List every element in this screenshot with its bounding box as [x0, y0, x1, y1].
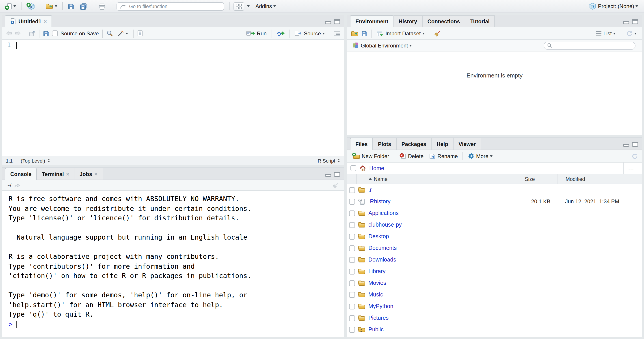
file-name-link[interactable]: clubhouse-py	[368, 222, 402, 228]
compile-report-icon[interactable]	[137, 30, 143, 37]
goto-file-function-input[interactable]	[128, 3, 221, 9]
list-view-button[interactable]: List	[594, 29, 617, 37]
row-checkbox[interactable]	[349, 245, 355, 251]
tab-environment[interactable]: Environment	[350, 15, 394, 27]
open-in-new-window-icon[interactable]	[29, 30, 36, 36]
file-name-link[interactable]: .r	[368, 187, 372, 193]
goto-file-function-box[interactable]	[116, 2, 224, 10]
find-replace-icon[interactable]	[106, 30, 113, 37]
more-file-commands-button[interactable]: More	[467, 152, 494, 160]
header-modified[interactable]: Modified	[558, 174, 642, 184]
minimize-pane-icon[interactable]	[623, 142, 629, 147]
tab-untitled1[interactable]: R Untitled1 ×	[5, 15, 52, 27]
maximize-pane-icon[interactable]	[334, 172, 340, 177]
row-checkbox[interactable]	[349, 257, 355, 263]
console-prompt-line[interactable]: >	[8, 320, 344, 329]
file-name-link[interactable]: Applications	[368, 210, 399, 216]
file-name-link[interactable]: Public	[368, 327, 384, 333]
file-name-link[interactable]: Music	[368, 292, 383, 298]
row-checkbox[interactable]	[349, 315, 355, 321]
project-menu-button[interactable]: R Project: (None)	[588, 2, 640, 11]
console-output-area[interactable]: R is free software and comes with ABSOLU…	[2, 191, 344, 337]
tab-close-icon[interactable]: ×	[66, 172, 69, 176]
save-button[interactable]	[66, 2, 76, 10]
panes-layout-button[interactable]	[234, 2, 244, 10]
back-icon[interactable]	[6, 30, 12, 36]
more-columns-button[interactable]: ...	[624, 163, 638, 174]
minimize-pane-icon[interactable]	[623, 19, 629, 24]
tab-terminal[interactable]: Terminal ×	[37, 168, 74, 180]
environment-scope-button[interactable]: Global Environment	[351, 41, 414, 50]
rename-file-button[interactable]: Rename	[428, 152, 459, 160]
refresh-files-icon[interactable]	[632, 153, 638, 159]
new-file-button[interactable]	[4, 2, 18, 11]
tab-viewer[interactable]: Viewer	[454, 138, 481, 150]
scope-selector[interactable]: (Top Level)	[21, 158, 50, 163]
row-checkbox[interactable]	[349, 280, 355, 286]
file-name-link[interactable]: Pictures	[368, 315, 388, 321]
tab-help[interactable]: Help	[432, 138, 454, 150]
save-all-button[interactable]	[78, 2, 89, 11]
row-checkbox[interactable]	[349, 303, 355, 309]
panes-caret-icon[interactable]	[247, 5, 250, 7]
environment-search-input[interactable]	[554, 42, 632, 48]
clear-console-icon[interactable]	[332, 182, 339, 189]
code-editor[interactable]: 1	[2, 40, 344, 156]
row-checkbox[interactable]	[349, 292, 355, 298]
load-workspace-icon[interactable]	[351, 30, 358, 36]
row-checkbox[interactable]	[349, 327, 355, 333]
import-dataset-button[interactable]: Import Dataset	[375, 29, 426, 37]
document-outline-icon[interactable]	[334, 31, 340, 36]
print-button[interactable]	[97, 2, 107, 10]
goto-directory-icon[interactable]	[14, 182, 20, 188]
row-checkbox[interactable]	[349, 234, 355, 239]
tab-files[interactable]: Files	[350, 138, 373, 150]
save-document-icon[interactable]	[43, 30, 49, 36]
row-checkbox[interactable]	[349, 210, 355, 216]
file-type-selector[interactable]: R Script	[318, 158, 340, 163]
delete-file-button[interactable]: Delete	[398, 152, 425, 160]
run-button[interactable]: Run	[245, 29, 268, 37]
row-checkbox[interactable]	[349, 269, 355, 274]
breadcrumb-home-link[interactable]: Home	[369, 165, 384, 171]
select-all-checkbox[interactable]	[350, 165, 356, 171]
header-size[interactable]: Size	[521, 174, 558, 184]
clear-environment-icon[interactable]	[434, 30, 441, 37]
addins-button[interactable]: Addins	[254, 2, 277, 10]
code-tools-button[interactable]	[116, 29, 130, 38]
source-on-save-checkbox[interactable]	[52, 30, 58, 36]
rerun-icon[interactable]	[276, 30, 286, 36]
tab-jobs[interactable]: Jobs ×	[74, 168, 103, 180]
file-name-link[interactable]: .Rhistory	[368, 198, 390, 205]
refresh-environment-button[interactable]	[625, 29, 638, 37]
file-name-link[interactable]: Downloads	[368, 257, 396, 263]
forward-icon[interactable]	[15, 30, 21, 36]
row-checkbox[interactable]	[349, 199, 355, 204]
new-folder-button[interactable]: New Folder	[351, 152, 390, 160]
save-workspace-icon[interactable]	[361, 30, 368, 36]
row-checkbox[interactable]	[349, 222, 355, 228]
tab-close-icon[interactable]: ×	[44, 19, 47, 23]
minimize-pane-icon[interactable]	[325, 19, 331, 24]
file-name-link[interactable]: Documents	[368, 245, 396, 251]
file-name-link[interactable]: Library	[368, 268, 386, 275]
tab-close-icon[interactable]: ×	[94, 172, 98, 176]
row-checkbox[interactable]	[349, 187, 355, 193]
maximize-pane-icon[interactable]	[334, 19, 340, 24]
source-button[interactable]: Source	[293, 29, 326, 37]
open-file-button[interactable]	[44, 2, 59, 10]
header-name[interactable]: Name	[366, 174, 521, 184]
new-project-button[interactable]: R	[25, 1, 36, 11]
tab-tutorial[interactable]: Tutorial	[466, 15, 495, 27]
tab-console[interactable]: Console	[5, 168, 37, 180]
maximize-pane-icon[interactable]	[632, 141, 638, 147]
file-name-link[interactable]: Desktop	[368, 233, 389, 240]
file-name-link[interactable]: Movies	[368, 280, 386, 286]
maximize-pane-icon[interactable]	[632, 19, 638, 24]
tab-connections[interactable]: Connections	[422, 15, 465, 27]
file-name-link[interactable]: MyPython	[368, 303, 393, 310]
minimize-pane-icon[interactable]	[325, 172, 331, 177]
tab-packages[interactable]: Packages	[396, 138, 432, 150]
environment-search-box[interactable]	[544, 41, 636, 49]
tab-history[interactable]: History	[394, 15, 422, 27]
